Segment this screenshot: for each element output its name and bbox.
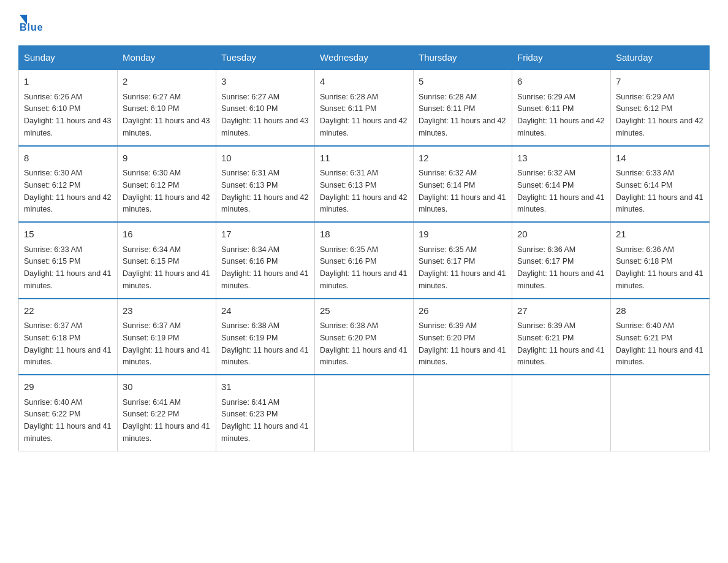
day-number: 12 [419,151,507,166]
day-number: 4 [320,75,408,89]
day-info: Sunrise: 6:30 AMSunset: 6:12 PMDaylight:… [123,169,210,213]
calendar-cell: 3Sunrise: 6:27 AMSunset: 6:10 PMDaylight… [216,69,315,146]
day-info: Sunrise: 6:27 AMSunset: 6:10 PMDaylight:… [123,93,210,137]
day-number: 1 [24,75,112,89]
day-number: 25 [320,304,408,318]
day-info: Sunrise: 6:38 AMSunset: 6:19 PMDaylight:… [221,321,308,366]
calendar-cell [512,375,611,451]
calendar-cell: 2Sunrise: 6:27 AMSunset: 6:10 PMDaylight… [118,69,216,146]
day-number: 11 [320,151,408,166]
calendar-cell: 12Sunrise: 6:32 AMSunset: 6:14 PMDayligh… [414,146,512,223]
day-info: Sunrise: 6:26 AMSunset: 6:10 PMDaylight:… [24,93,111,137]
day-number: 27 [517,304,605,318]
day-info: Sunrise: 6:31 AMSunset: 6:13 PMDaylight:… [221,169,308,213]
day-info: Sunrise: 6:32 AMSunset: 6:14 PMDaylight:… [517,169,604,213]
logo-underline: Blue [18,22,44,33]
day-number: 20 [517,228,605,242]
calendar-cell: 6Sunrise: 6:29 AMSunset: 6:11 PMDaylight… [512,69,611,146]
day-number: 15 [24,228,112,242]
week-row-4: 22Sunrise: 6:37 AMSunset: 6:18 PMDayligh… [19,299,710,375]
calendar-cell: 26Sunrise: 6:39 AMSunset: 6:20 PMDayligh… [414,299,512,375]
col-header-monday: Monday [118,46,216,70]
day-info: Sunrise: 6:35 AMSunset: 6:17 PMDaylight:… [419,245,506,290]
calendar-cell: 16Sunrise: 6:34 AMSunset: 6:15 PMDayligh… [118,222,216,299]
day-number: 30 [123,380,211,394]
day-number: 23 [123,304,211,318]
day-number: 6 [517,75,605,89]
day-number: 2 [123,75,211,89]
day-number: 28 [616,304,704,318]
calendar-cell: 5Sunrise: 6:28 AMSunset: 6:11 PMDaylight… [414,69,512,146]
calendar-cell [611,375,710,451]
logo: Blue [18,12,44,33]
day-number: 10 [221,151,309,166]
calendar-cell: 13Sunrise: 6:32 AMSunset: 6:14 PMDayligh… [512,146,611,223]
day-number: 31 [221,380,309,394]
day-number: 16 [123,228,211,242]
day-info: Sunrise: 6:30 AMSunset: 6:12 PMDaylight:… [24,169,111,213]
calendar-cell: 24Sunrise: 6:38 AMSunset: 6:19 PMDayligh… [216,299,315,375]
week-row-2: 8Sunrise: 6:30 AMSunset: 6:12 PMDaylight… [19,146,710,223]
calendar-cell: 27Sunrise: 6:39 AMSunset: 6:21 PMDayligh… [512,299,611,375]
calendar-cell: 11Sunrise: 6:31 AMSunset: 6:13 PMDayligh… [315,146,414,223]
calendar-cell: 14Sunrise: 6:33 AMSunset: 6:14 PMDayligh… [611,146,710,223]
day-number: 22 [24,304,112,318]
day-info: Sunrise: 6:36 AMSunset: 6:18 PMDaylight:… [616,245,703,290]
calendar-cell: 10Sunrise: 6:31 AMSunset: 6:13 PMDayligh… [216,146,315,223]
calendar-cell: 8Sunrise: 6:30 AMSunset: 6:12 PMDaylight… [19,146,118,223]
day-number: 9 [123,151,211,166]
day-number: 21 [616,228,704,242]
day-info: Sunrise: 6:37 AMSunset: 6:18 PMDaylight:… [24,321,111,366]
calendar-cell: 9Sunrise: 6:30 AMSunset: 6:12 PMDaylight… [118,146,216,223]
calendar-cell: 28Sunrise: 6:40 AMSunset: 6:21 PMDayligh… [611,299,710,375]
day-info: Sunrise: 6:40 AMSunset: 6:22 PMDaylight:… [24,398,111,443]
day-info: Sunrise: 6:33 AMSunset: 6:15 PMDaylight:… [24,245,111,290]
day-info: Sunrise: 6:39 AMSunset: 6:20 PMDaylight:… [419,321,506,366]
day-info: Sunrise: 6:32 AMSunset: 6:14 PMDaylight:… [419,169,506,213]
day-number: 3 [221,75,309,89]
day-number: 14 [616,151,704,166]
col-header-wednesday: Wednesday [315,46,414,70]
calendar-cell: 22Sunrise: 6:37 AMSunset: 6:18 PMDayligh… [19,299,118,375]
day-info: Sunrise: 6:27 AMSunset: 6:10 PMDaylight:… [221,93,308,137]
day-number: 8 [24,151,112,166]
page-header: Blue [18,12,710,33]
day-number: 7 [616,75,704,89]
col-header-thursday: Thursday [414,46,512,70]
calendar-cell: 17Sunrise: 6:34 AMSunset: 6:16 PMDayligh… [216,222,315,299]
header-row: SundayMondayTuesdayWednesdayThursdayFrid… [19,46,710,70]
day-info: Sunrise: 6:38 AMSunset: 6:20 PMDaylight:… [320,321,407,366]
calendar-cell: 15Sunrise: 6:33 AMSunset: 6:15 PMDayligh… [19,222,118,299]
day-info: Sunrise: 6:29 AMSunset: 6:12 PMDaylight:… [616,93,703,137]
col-header-tuesday: Tuesday [216,46,315,70]
day-info: Sunrise: 6:37 AMSunset: 6:19 PMDaylight:… [123,321,210,366]
day-info: Sunrise: 6:36 AMSunset: 6:17 PMDaylight:… [517,245,604,290]
day-info: Sunrise: 6:40 AMSunset: 6:21 PMDaylight:… [616,321,703,366]
calendar-cell: 31Sunrise: 6:41 AMSunset: 6:23 PMDayligh… [216,375,315,451]
calendar-cell: 7Sunrise: 6:29 AMSunset: 6:12 PMDaylight… [611,69,710,146]
day-info: Sunrise: 6:28 AMSunset: 6:11 PMDaylight:… [320,93,407,137]
calendar-cell [315,375,414,451]
calendar-cell: 1Sunrise: 6:26 AMSunset: 6:10 PMDaylight… [19,69,118,146]
day-info: Sunrise: 6:41 AMSunset: 6:22 PMDaylight:… [123,398,210,443]
week-row-5: 29Sunrise: 6:40 AMSunset: 6:22 PMDayligh… [19,375,710,451]
day-info: Sunrise: 6:33 AMSunset: 6:14 PMDaylight:… [616,169,703,213]
calendar-cell: 18Sunrise: 6:35 AMSunset: 6:16 PMDayligh… [315,222,414,299]
day-info: Sunrise: 6:41 AMSunset: 6:23 PMDaylight:… [221,398,308,443]
calendar-cell: 4Sunrise: 6:28 AMSunset: 6:11 PMDaylight… [315,69,414,146]
day-number: 18 [320,228,408,242]
calendar-cell: 21Sunrise: 6:36 AMSunset: 6:18 PMDayligh… [611,222,710,299]
day-info: Sunrise: 6:34 AMSunset: 6:15 PMDaylight:… [123,245,210,290]
day-number: 19 [419,228,507,242]
day-number: 29 [24,380,112,394]
calendar-cell [414,375,512,451]
day-number: 5 [419,75,507,89]
day-number: 24 [221,304,309,318]
calendar-cell: 30Sunrise: 6:41 AMSunset: 6:22 PMDayligh… [118,375,216,451]
col-header-saturday: Saturday [611,46,710,70]
calendar-cell: 29Sunrise: 6:40 AMSunset: 6:22 PMDayligh… [19,375,118,451]
week-row-3: 15Sunrise: 6:33 AMSunset: 6:15 PMDayligh… [19,222,710,299]
calendar-cell: 19Sunrise: 6:35 AMSunset: 6:17 PMDayligh… [414,222,512,299]
day-number: 26 [419,304,507,318]
day-info: Sunrise: 6:35 AMSunset: 6:16 PMDaylight:… [320,245,407,290]
